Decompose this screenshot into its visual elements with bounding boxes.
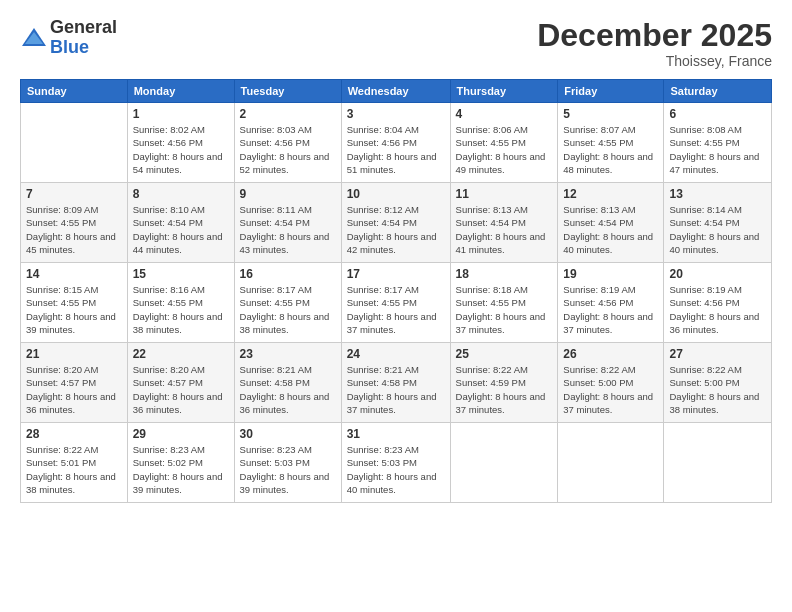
day-cell: 25 Sunrise: 8:22 AMSunset: 4:59 PMDaylig…	[450, 343, 558, 423]
day-number: 18	[456, 267, 553, 281]
week-row-1: 7 Sunrise: 8:09 AMSunset: 4:55 PMDayligh…	[21, 183, 772, 263]
day-info: Sunrise: 8:07 AMSunset: 4:55 PMDaylight:…	[563, 124, 653, 175]
day-cell: 21 Sunrise: 8:20 AMSunset: 4:57 PMDaylig…	[21, 343, 128, 423]
day-number: 14	[26, 267, 122, 281]
day-info: Sunrise: 8:21 AMSunset: 4:58 PMDaylight:…	[347, 364, 437, 415]
day-info: Sunrise: 8:13 AMSunset: 4:54 PMDaylight:…	[563, 204, 653, 255]
day-info: Sunrise: 8:20 AMSunset: 4:57 PMDaylight:…	[133, 364, 223, 415]
day-number: 13	[669, 187, 766, 201]
day-info: Sunrise: 8:14 AMSunset: 4:54 PMDaylight:…	[669, 204, 759, 255]
day-cell: 28 Sunrise: 8:22 AMSunset: 5:01 PMDaylig…	[21, 423, 128, 503]
day-info: Sunrise: 8:21 AMSunset: 4:58 PMDaylight:…	[240, 364, 330, 415]
day-cell: 2 Sunrise: 8:03 AMSunset: 4:56 PMDayligh…	[234, 103, 341, 183]
day-info: Sunrise: 8:06 AMSunset: 4:55 PMDaylight:…	[456, 124, 546, 175]
col-sunday: Sunday	[21, 80, 128, 103]
day-cell: 3 Sunrise: 8:04 AMSunset: 4:56 PMDayligh…	[341, 103, 450, 183]
header-row: Sunday Monday Tuesday Wednesday Thursday…	[21, 80, 772, 103]
col-monday: Monday	[127, 80, 234, 103]
logo-text: General Blue	[50, 18, 117, 58]
day-info: Sunrise: 8:20 AMSunset: 4:57 PMDaylight:…	[26, 364, 116, 415]
day-number: 11	[456, 187, 553, 201]
col-thursday: Thursday	[450, 80, 558, 103]
col-saturday: Saturday	[664, 80, 772, 103]
col-friday: Friday	[558, 80, 664, 103]
week-row-4: 28 Sunrise: 8:22 AMSunset: 5:01 PMDaylig…	[21, 423, 772, 503]
page: General Blue December 2025 Thoissey, Fra…	[0, 0, 792, 612]
calendar: Sunday Monday Tuesday Wednesday Thursday…	[20, 79, 772, 503]
day-cell: 1 Sunrise: 8:02 AMSunset: 4:56 PMDayligh…	[127, 103, 234, 183]
day-info: Sunrise: 8:22 AMSunset: 5:00 PMDaylight:…	[669, 364, 759, 415]
day-cell: 14 Sunrise: 8:15 AMSunset: 4:55 PMDaylig…	[21, 263, 128, 343]
day-number: 5	[563, 107, 658, 121]
day-cell: 4 Sunrise: 8:06 AMSunset: 4:55 PMDayligh…	[450, 103, 558, 183]
logo-blue: Blue	[50, 37, 89, 57]
day-cell: 20 Sunrise: 8:19 AMSunset: 4:56 PMDaylig…	[664, 263, 772, 343]
day-info: Sunrise: 8:08 AMSunset: 4:55 PMDaylight:…	[669, 124, 759, 175]
day-number: 12	[563, 187, 658, 201]
day-number: 6	[669, 107, 766, 121]
day-info: Sunrise: 8:15 AMSunset: 4:55 PMDaylight:…	[26, 284, 116, 335]
day-cell	[558, 423, 664, 503]
day-number: 7	[26, 187, 122, 201]
logo-general: General	[50, 17, 117, 37]
day-info: Sunrise: 8:02 AMSunset: 4:56 PMDaylight:…	[133, 124, 223, 175]
day-number: 23	[240, 347, 336, 361]
day-cell: 6 Sunrise: 8:08 AMSunset: 4:55 PMDayligh…	[664, 103, 772, 183]
day-number: 30	[240, 427, 336, 441]
day-info: Sunrise: 8:10 AMSunset: 4:54 PMDaylight:…	[133, 204, 223, 255]
day-cell: 26 Sunrise: 8:22 AMSunset: 5:00 PMDaylig…	[558, 343, 664, 423]
day-cell: 17 Sunrise: 8:17 AMSunset: 4:55 PMDaylig…	[341, 263, 450, 343]
title-block: December 2025 Thoissey, France	[537, 18, 772, 69]
day-number: 31	[347, 427, 445, 441]
day-cell: 7 Sunrise: 8:09 AMSunset: 4:55 PMDayligh…	[21, 183, 128, 263]
day-cell: 5 Sunrise: 8:07 AMSunset: 4:55 PMDayligh…	[558, 103, 664, 183]
day-info: Sunrise: 8:22 AMSunset: 5:00 PMDaylight:…	[563, 364, 653, 415]
day-info: Sunrise: 8:18 AMSunset: 4:55 PMDaylight:…	[456, 284, 546, 335]
day-cell	[21, 103, 128, 183]
day-number: 2	[240, 107, 336, 121]
day-info: Sunrise: 8:19 AMSunset: 4:56 PMDaylight:…	[563, 284, 653, 335]
week-row-0: 1 Sunrise: 8:02 AMSunset: 4:56 PMDayligh…	[21, 103, 772, 183]
day-cell: 22 Sunrise: 8:20 AMSunset: 4:57 PMDaylig…	[127, 343, 234, 423]
day-info: Sunrise: 8:23 AMSunset: 5:02 PMDaylight:…	[133, 444, 223, 495]
day-cell: 16 Sunrise: 8:17 AMSunset: 4:55 PMDaylig…	[234, 263, 341, 343]
day-cell: 19 Sunrise: 8:19 AMSunset: 4:56 PMDaylig…	[558, 263, 664, 343]
day-cell: 8 Sunrise: 8:10 AMSunset: 4:54 PMDayligh…	[127, 183, 234, 263]
day-number: 16	[240, 267, 336, 281]
day-number: 19	[563, 267, 658, 281]
day-cell: 30 Sunrise: 8:23 AMSunset: 5:03 PMDaylig…	[234, 423, 341, 503]
day-info: Sunrise: 8:12 AMSunset: 4:54 PMDaylight:…	[347, 204, 437, 255]
day-info: Sunrise: 8:23 AMSunset: 5:03 PMDaylight:…	[347, 444, 437, 495]
day-info: Sunrise: 8:17 AMSunset: 4:55 PMDaylight:…	[240, 284, 330, 335]
day-cell: 31 Sunrise: 8:23 AMSunset: 5:03 PMDaylig…	[341, 423, 450, 503]
day-cell: 9 Sunrise: 8:11 AMSunset: 4:54 PMDayligh…	[234, 183, 341, 263]
day-number: 27	[669, 347, 766, 361]
day-number: 26	[563, 347, 658, 361]
week-row-2: 14 Sunrise: 8:15 AMSunset: 4:55 PMDaylig…	[21, 263, 772, 343]
day-info: Sunrise: 8:09 AMSunset: 4:55 PMDaylight:…	[26, 204, 116, 255]
day-info: Sunrise: 8:19 AMSunset: 4:56 PMDaylight:…	[669, 284, 759, 335]
month-title: December 2025	[537, 18, 772, 53]
day-cell: 15 Sunrise: 8:16 AMSunset: 4:55 PMDaylig…	[127, 263, 234, 343]
day-number: 28	[26, 427, 122, 441]
logo-icon	[20, 24, 48, 52]
day-number: 25	[456, 347, 553, 361]
day-cell: 27 Sunrise: 8:22 AMSunset: 5:00 PMDaylig…	[664, 343, 772, 423]
day-cell	[450, 423, 558, 503]
day-number: 1	[133, 107, 229, 121]
col-tuesday: Tuesday	[234, 80, 341, 103]
logo: General Blue	[20, 18, 117, 58]
day-cell	[664, 423, 772, 503]
day-number: 8	[133, 187, 229, 201]
day-cell: 18 Sunrise: 8:18 AMSunset: 4:55 PMDaylig…	[450, 263, 558, 343]
day-number: 3	[347, 107, 445, 121]
day-cell: 23 Sunrise: 8:21 AMSunset: 4:58 PMDaylig…	[234, 343, 341, 423]
day-number: 9	[240, 187, 336, 201]
day-cell: 13 Sunrise: 8:14 AMSunset: 4:54 PMDaylig…	[664, 183, 772, 263]
col-wednesday: Wednesday	[341, 80, 450, 103]
day-number: 20	[669, 267, 766, 281]
day-cell: 29 Sunrise: 8:23 AMSunset: 5:02 PMDaylig…	[127, 423, 234, 503]
day-info: Sunrise: 8:17 AMSunset: 4:55 PMDaylight:…	[347, 284, 437, 335]
day-info: Sunrise: 8:04 AMSunset: 4:56 PMDaylight:…	[347, 124, 437, 175]
day-info: Sunrise: 8:23 AMSunset: 5:03 PMDaylight:…	[240, 444, 330, 495]
